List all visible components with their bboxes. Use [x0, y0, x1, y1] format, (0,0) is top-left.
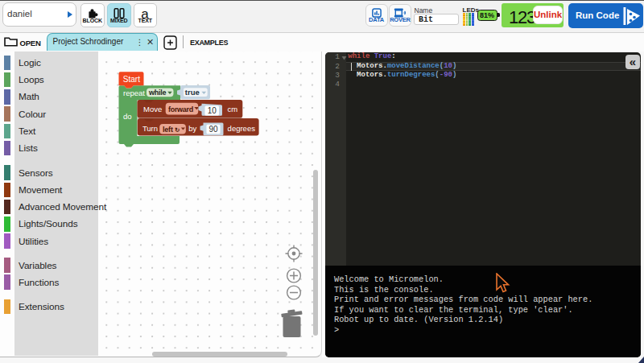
svg-text:forward: forward	[168, 105, 193, 113]
svg-text:true: true	[185, 88, 200, 97]
svg-text:Start: Start	[123, 75, 140, 84]
svg-text:Move: Move	[143, 105, 162, 113]
svg-text:degrees: degrees	[228, 124, 256, 133]
svg-text:repeat: repeat	[123, 89, 145, 97]
svg-text:90: 90	[208, 125, 218, 134]
svg-text:by: by	[188, 124, 196, 133]
svg-text:Turn: Turn	[142, 124, 158, 133]
svg-text:10: 10	[208, 106, 217, 115]
svg-text:while: while	[148, 89, 167, 97]
svg-text:cm: cm	[227, 105, 237, 113]
svg-text:left ↻: left ↻	[163, 126, 180, 134]
svg-text:do: do	[123, 112, 132, 121]
